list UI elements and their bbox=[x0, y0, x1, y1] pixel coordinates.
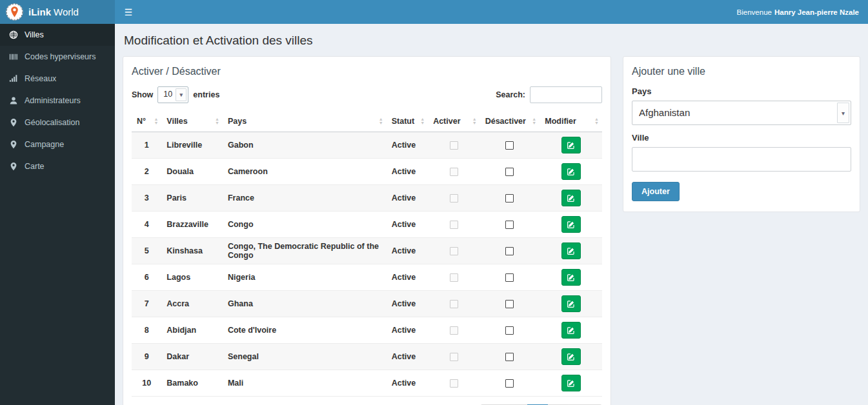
edit-button[interactable] bbox=[561, 295, 581, 312]
cell-modifier bbox=[540, 212, 602, 238]
cell-desactiver bbox=[480, 238, 540, 264]
search-input[interactable] bbox=[530, 86, 602, 103]
column-header-pays[interactable]: Pays▲▼ bbox=[223, 111, 387, 132]
cell-statut: Active bbox=[387, 185, 428, 212]
city-label: Ville bbox=[632, 133, 851, 143]
sidebar-item-villes[interactable]: Villes bbox=[0, 24, 115, 46]
column-header-ville[interactable]: Villes▲▼ bbox=[161, 111, 223, 132]
sidebar-item-campagne[interactable]: Campagne bbox=[0, 133, 115, 155]
activer-checkbox bbox=[450, 168, 458, 176]
cell-num: 5 bbox=[132, 238, 161, 264]
cell-activer bbox=[428, 185, 480, 212]
sort-icon: ▲▼ bbox=[420, 117, 425, 125]
desactiver-checkbox[interactable] bbox=[505, 353, 514, 361]
cell-ville: Brazzaville bbox=[161, 212, 223, 238]
entries-label: entries bbox=[193, 90, 219, 99]
welcome-message: Bienvenue Hanry Jean-pierre Nzale bbox=[737, 0, 868, 24]
cell-modifier bbox=[540, 159, 602, 185]
column-header-statut[interactable]: Statut▲▼ bbox=[387, 111, 428, 132]
sidebar-item-label: Administrateurs bbox=[25, 96, 81, 105]
cell-modifier bbox=[540, 264, 602, 291]
sort-icon: ▲▼ bbox=[472, 117, 477, 125]
cell-desactiver bbox=[480, 291, 540, 317]
desactiver-checkbox[interactable] bbox=[505, 273, 514, 282]
cell-ville: Kinshasa bbox=[161, 238, 223, 264]
sidebar-item-label: Carte bbox=[25, 162, 45, 171]
sidebar: VillesCodes hyperviseursRéseauxAdministr… bbox=[0, 24, 115, 405]
globe-icon bbox=[9, 30, 18, 39]
sidebar-item-label: Géolocalisation bbox=[25, 118, 79, 127]
cell-ville: Paris bbox=[161, 185, 223, 212]
add-city-button[interactable]: Ajouter bbox=[632, 182, 680, 201]
page-title: Modification et Activation des villes bbox=[124, 34, 860, 48]
page-length-select[interactable]: 10 bbox=[158, 87, 188, 101]
cell-activer bbox=[428, 132, 480, 159]
desactiver-checkbox[interactable] bbox=[505, 194, 514, 202]
edit-button[interactable] bbox=[561, 190, 581, 206]
user-icon bbox=[9, 96, 18, 105]
cell-ville: Accra bbox=[161, 291, 223, 317]
app-logo-icon bbox=[6, 3, 23, 21]
cell-num: 3 bbox=[132, 185, 161, 212]
desactiver-checkbox[interactable] bbox=[505, 247, 514, 255]
table-row: 6LagosNigeriaActive bbox=[132, 264, 602, 291]
edit-button[interactable] bbox=[561, 163, 581, 180]
cell-statut: Active bbox=[387, 159, 428, 185]
edit-button[interactable] bbox=[561, 137, 581, 153]
cell-statut: Active bbox=[387, 212, 428, 238]
sidebar-nav: VillesCodes hyperviseursRéseauxAdministr… bbox=[0, 24, 115, 177]
sidebar-item-geolocalisation[interactable]: Géolocalisation bbox=[0, 112, 115, 133]
cell-num: 8 bbox=[132, 317, 161, 344]
desactiver-checkbox[interactable] bbox=[505, 141, 514, 150]
barcode-icon bbox=[9, 52, 18, 61]
cell-statut: Active bbox=[387, 264, 428, 291]
column-header-num[interactable]: N°▲▼ bbox=[132, 111, 161, 132]
cell-pays: Senegal bbox=[223, 344, 387, 370]
column-header-activer[interactable]: Activer▲▼ bbox=[428, 111, 480, 132]
sidebar-item-codes-hyperviseurs[interactable]: Codes hyperviseurs bbox=[0, 46, 115, 68]
activer-checkbox bbox=[450, 379, 458, 388]
sort-icon: ▲▼ bbox=[154, 117, 158, 125]
cell-pays: Nigeria bbox=[223, 264, 387, 291]
cell-activer bbox=[428, 264, 480, 291]
sidebar-toggle-button[interactable]: ☰ bbox=[115, 0, 142, 24]
sort-icon: ▲▼ bbox=[215, 117, 219, 125]
map-marker-icon bbox=[9, 140, 18, 149]
edit-button[interactable] bbox=[561, 269, 581, 286]
edit-button[interactable] bbox=[561, 216, 581, 233]
sidebar-item-label: Campagne bbox=[25, 140, 64, 149]
city-input[interactable] bbox=[632, 147, 851, 172]
column-header-desactiver[interactable]: Désactiver▲▼ bbox=[480, 111, 540, 132]
sidebar-item-reseaux[interactable]: Réseaux bbox=[0, 68, 115, 90]
edit-button[interactable] bbox=[561, 348, 581, 365]
column-header-modifier[interactable]: Modifier▲▼ bbox=[540, 111, 602, 132]
app-brand[interactable]: iLinkWorld bbox=[0, 0, 115, 24]
sidebar-item-label: Villes bbox=[25, 30, 44, 39]
table-panel-title: Activer / Désactiver bbox=[132, 66, 602, 77]
activer-checkbox bbox=[450, 194, 458, 202]
search-control: Search: bbox=[496, 86, 602, 103]
cell-statut: Active bbox=[387, 317, 428, 344]
table-row: 8AbidjanCote d'IvoireActive bbox=[132, 317, 602, 344]
cell-ville: Abidjan bbox=[161, 317, 223, 344]
cell-desactiver bbox=[480, 370, 540, 397]
edit-button[interactable] bbox=[561, 375, 581, 391]
table-row: 2DoualaCameroonActive bbox=[132, 159, 602, 185]
table-row: 3ParisFranceActive bbox=[132, 185, 602, 212]
search-label: Search: bbox=[496, 90, 525, 99]
edit-button[interactable] bbox=[561, 322, 581, 339]
sidebar-item-carte[interactable]: Carte bbox=[0, 155, 115, 177]
cell-pays: Gabon bbox=[223, 132, 387, 159]
desactiver-checkbox[interactable] bbox=[505, 168, 514, 176]
country-select[interactable]: Afghanistan bbox=[632, 101, 851, 124]
desactiver-checkbox[interactable] bbox=[505, 221, 514, 229]
desactiver-checkbox[interactable] bbox=[505, 300, 514, 308]
desactiver-checkbox[interactable] bbox=[505, 326, 514, 335]
edit-button[interactable] bbox=[561, 242, 581, 259]
cell-activer bbox=[428, 370, 480, 397]
cell-ville: Lagos bbox=[161, 264, 223, 291]
desactiver-checkbox[interactable] bbox=[505, 379, 514, 388]
main-content: Modification et Activation des villes Ac… bbox=[115, 24, 868, 405]
sidebar-item-administrateurs[interactable]: Administrateurs bbox=[0, 90, 115, 112]
cell-modifier bbox=[540, 344, 602, 370]
